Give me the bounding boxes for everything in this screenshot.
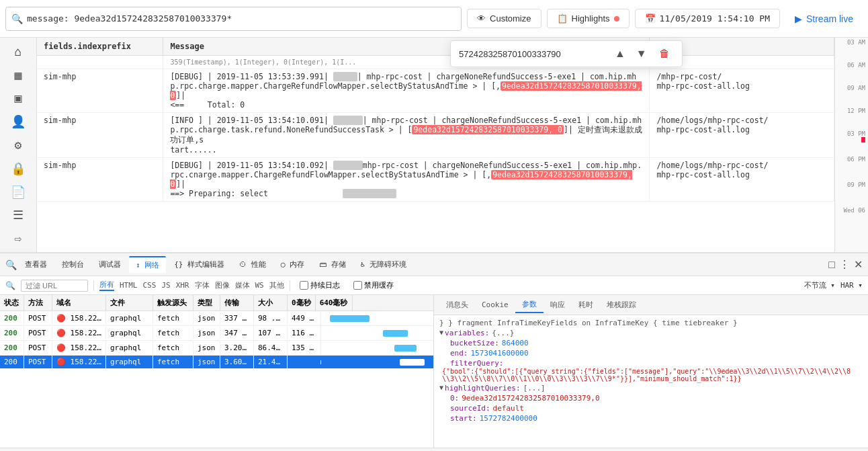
tree-val: [...]	[523, 384, 546, 393]
list-item: } } fragment InfraTimeKeyFields on Infra…	[439, 318, 863, 328]
tree-text: } } fragment InfraTimeKeyFields on Infra…	[439, 319, 738, 327]
table-row[interactable]: sim-mhp [DEBUG] | 2019-11-05 13:53:39.99…	[37, 69, 834, 113]
stream-live-button[interactable]: ▶ Stream live	[785, 9, 863, 28]
network-filter-bar: 🔍 所有 HTML CSS JS XHR 字体 图像 媒体 WS 其他 持续日志…	[0, 276, 868, 295]
table-row[interactable]: 200 POST 🔴 158.220... graphql fetch json…	[0, 341, 433, 356]
row-waterfall	[321, 327, 433, 339]
detail-tab-response[interactable]: 响应	[544, 297, 572, 313]
row-size: 86.4...	[254, 341, 288, 354]
net-filter-font[interactable]: 字体	[195, 280, 210, 290]
row-field: sim-mhp	[37, 158, 163, 202]
devtools-tab-storage[interactable]: 🗃 存储	[312, 257, 353, 272]
sidebar-box-icon[interactable]: ▣	[6, 90, 30, 107]
devtools-close-button[interactable]: ✕	[854, 258, 863, 271]
detail-content: } } fragment InfraTimeKeyFields on Infra…	[434, 315, 868, 448]
col-header-file: 文件	[106, 295, 153, 311]
search-box[interactable]: 🔍 message: 9edea32d157242832587010033379…	[5, 7, 462, 31]
list-item: bucketSize: 864000	[439, 338, 863, 348]
row-method: POST	[24, 341, 52, 354]
net-filter-xhr[interactable]: XHR	[176, 281, 189, 290]
row-status: 200	[0, 327, 24, 339]
sidebar-doc-icon[interactable]: 📄	[6, 183, 30, 200]
detail-tab-headers[interactable]: 消息头	[439, 297, 475, 313]
timeline-label-06pm: 06 PM	[847, 156, 865, 163]
net-filter-media[interactable]: 媒体	[235, 280, 250, 290]
devtools-tab-style[interactable]: {} 样式编辑器	[167, 257, 231, 272]
tree-val: 9edea32d157242832587010033379,0	[462, 394, 599, 403]
disable-cache-checkbox[interactable]: 禁用缓存	[349, 279, 398, 292]
network-filter-input[interactable]	[21, 280, 88, 292]
devtools-tab-a11y[interactable]: ♿ 无障碍环境	[354, 257, 413, 272]
net-filter-js[interactable]: JS	[161, 281, 170, 290]
highlights-next-button[interactable]: ▼	[634, 46, 650, 61]
timeline-label-wed06: Wed 06	[843, 207, 865, 214]
sidebar-layers-icon[interactable]: ☰	[6, 206, 30, 223]
table-row[interactable]: 200 POST 🔴 158.220... graphql fetch json…	[0, 326, 433, 341]
devtools-tab-memory[interactable]: ◯ 内存	[274, 257, 311, 272]
detail-tab-params[interactable]: 参数	[515, 296, 544, 313]
net-filter-html[interactable]: HTML	[120, 281, 138, 290]
network-column-headers: 状态 方法 域名 文件 触发源头 类型 传输 大小 0毫秒 640毫秒	[0, 295, 433, 311]
throttle-select[interactable]: 不节流 ▾	[804, 280, 835, 290]
net-filter-image[interactable]: 图像	[215, 280, 230, 290]
row-domain: 🔴 158.220...	[52, 356, 106, 368]
detail-tab-timing[interactable]: 耗时	[572, 297, 600, 313]
col-header-status: 状态	[0, 295, 24, 311]
table-row[interactable]: sim-mhp [INFO ] | 2019-11-05 13:54:10.09…	[37, 113, 834, 158]
devtools-more-button[interactable]: ⋮	[839, 258, 850, 271]
devtools-tab-console[interactable]: 控制台	[55, 257, 91, 272]
sidebar-grid-icon[interactable]: ▦	[6, 67, 30, 83]
net-filter-css[interactable]: CSS	[143, 281, 157, 290]
main-area: ⌂ ▦ ▣ 👤 ⚙ 🔒 📄 ☰ ⇨ fields.indexprefix Mes…	[0, 38, 868, 253]
sidebar-arrow-icon[interactable]: ⇨	[6, 230, 30, 247]
sidebar-settings-icon[interactable]: ⚙	[6, 136, 30, 153]
expand-icon[interactable]: ▼	[439, 329, 443, 336]
highlights-button[interactable]: 📋 Highlights	[547, 9, 630, 28]
net-filter-other[interactable]: 其他	[269, 280, 284, 290]
row-status: 200	[0, 356, 24, 368]
row-transfer: 337 字节	[220, 311, 254, 325]
row-waterfall	[321, 342, 433, 354]
net-filter-all[interactable]: 所有	[99, 280, 114, 291]
date-picker[interactable]: 📅 11/05/2019 1:54:10 PM	[635, 9, 780, 28]
net-filter-ws[interactable]: WS	[255, 281, 264, 290]
list-item: sourceId: default	[439, 403, 863, 413]
table-row[interactable]: 359(Timestamp), 1(Integer), 0(Integer), …	[37, 56, 834, 69]
row-size: 21.4...	[254, 356, 288, 368]
har-button[interactable]: HAR ▾	[840, 281, 863, 290]
devtools-tab-inspector[interactable]: 查看器	[18, 257, 54, 272]
devtools-icon-inspect[interactable]: 🔍	[5, 259, 17, 270]
customize-button[interactable]: 👁 Customize	[467, 9, 541, 28]
sidebar-home-icon[interactable]: ⌂	[6, 43, 30, 60]
table-row[interactable]: sim-mhp [DEBUG] | 2019-11-05 13:54:10.09…	[37, 158, 834, 202]
detail-tab-stack[interactable]: 堆栈跟踪	[600, 297, 643, 313]
col-header-size: 大小	[254, 295, 288, 311]
top-toolbar: 🔍 message: 9edea32d157242832587010033379…	[0, 0, 868, 38]
devtools-tab-performance[interactable]: ⏲ 性能	[232, 257, 273, 272]
date-label: 11/05/2019 1:54:10 PM	[660, 13, 770, 24]
stream-label: Stream live	[806, 13, 853, 24]
col-header-640ms: 640毫秒	[316, 295, 353, 311]
sidebar-shield-icon[interactable]: 🔒	[6, 160, 30, 177]
persist-log-checkbox[interactable]: 持续日志	[296, 279, 344, 292]
devtools-split-button[interactable]: □	[828, 259, 835, 271]
detail-tab-cookies[interactable]: Cookie	[475, 298, 515, 312]
row-type: json	[193, 341, 220, 354]
timing-bar	[400, 359, 425, 366]
highlights-delete-button[interactable]: 🗑	[655, 46, 674, 61]
highlights-prev-button[interactable]: ▲	[612, 46, 628, 61]
expand-icon[interactable]: ▼	[439, 384, 443, 391]
col-header-type: 类型	[193, 295, 220, 311]
timing-bar	[330, 315, 369, 322]
highlights-popup: ▲ ▼ 🗑	[450, 40, 683, 67]
sidebar-user-icon[interactable]: 👤	[6, 113, 30, 130]
col-header-transfer: 传输	[220, 295, 254, 311]
table-row[interactable]: 200 POST 🔴 158.220... graphql fetch json…	[0, 356, 433, 369]
row-transfer: 3.60 KB	[220, 356, 254, 368]
row-time: 116 毫秒	[288, 326, 321, 340]
devtools-tab-network[interactable]: ↕ 网络	[129, 256, 166, 273]
highlights-input[interactable]	[459, 49, 607, 59]
table-row[interactable]: 200 POST 🔴 158.220... graphql fetch json…	[0, 311, 433, 326]
devtools-tab-debugger[interactable]: 调试器	[92, 257, 128, 272]
row-transfer: 347 字节	[220, 326, 254, 340]
